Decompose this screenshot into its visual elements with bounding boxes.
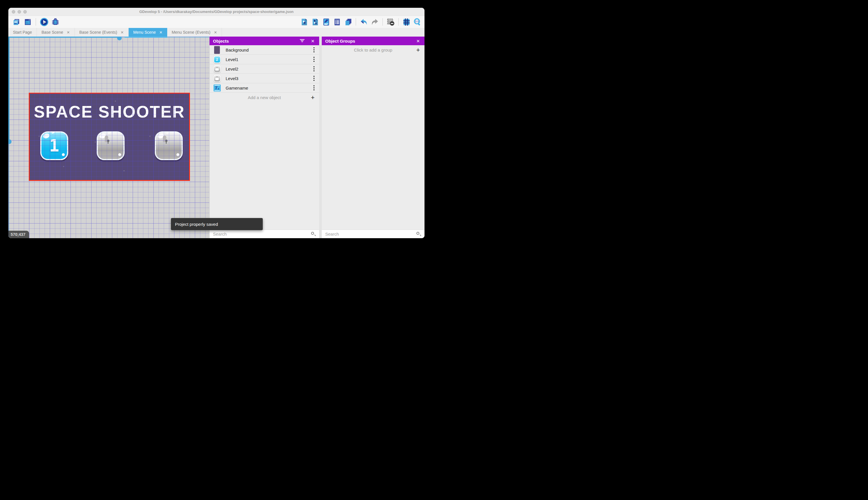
objects-editor-icon[interactable]	[300, 18, 308, 26]
object-groups-icon[interactable]	[311, 18, 319, 26]
plus-icon: +	[416, 47, 420, 53]
object-menu-icon[interactable]	[314, 57, 315, 62]
close-tab-icon[interactable]: ✕	[214, 30, 217, 35]
groups-search-input[interactable]	[322, 231, 417, 237]
horizontal-scrollbar[interactable]	[8, 37, 209, 38]
object-groups-panel-title: Object Groups	[322, 38, 355, 44]
locked-button-thumb	[213, 65, 221, 73]
search-icon[interactable]	[311, 232, 316, 237]
tab-bar: Start Page Base Scene✕ Base Scene (Event…	[8, 28, 424, 37]
instances-list-icon[interactable]	[333, 18, 341, 26]
vertical-scroll-knob[interactable]	[8, 139, 12, 144]
objects-panel-title: Objects	[210, 38, 229, 44]
tab-base-scene[interactable]: Base Scene✕	[37, 28, 74, 37]
object-menu-icon[interactable]	[314, 66, 315, 71]
object-menu-icon[interactable]	[314, 85, 315, 90]
toolbar: 1:1	[8, 16, 424, 28]
gdevelop-window: GDevelop 5 - /Users/dkarakay/Documents/G…	[8, 8, 424, 238]
object-groups-panel-header: Object Groups ✕	[322, 37, 424, 45]
background-sprite-thumb	[213, 46, 221, 54]
properties-icon[interactable]	[322, 18, 330, 26]
close-tab-icon[interactable]: ✕	[67, 30, 70, 35]
objects-search-bar	[210, 229, 319, 238]
horizontal-scroll-knob[interactable]	[117, 37, 122, 40]
groups-search-bar	[322, 229, 424, 238]
main-area: SPACE SHOOTER 1 570;437	[8, 37, 424, 238]
scene-selection-outline	[29, 93, 190, 181]
objects-panel: Objects ✕ Background 1 Level1	[209, 37, 319, 238]
debug-icon[interactable]	[51, 18, 60, 26]
toolbar-right: 1:1	[300, 18, 424, 26]
scene-editor-canvas[interactable]: SPACE SHOOTER 1 570;437	[8, 37, 209, 238]
tab-menu-scene-events[interactable]: Menu Scene (Events)✕	[167, 28, 222, 37]
close-tab-icon[interactable]: ✕	[120, 30, 124, 35]
project-manager-icon[interactable]	[12, 18, 21, 26]
toolbar-divider	[36, 18, 36, 26]
toolbar-divider	[356, 18, 356, 26]
cursor-coordinates-badge: 570;437	[8, 231, 29, 238]
play-icon[interactable]	[40, 18, 48, 26]
add-group-button[interactable]: Click to add a group +	[322, 45, 424, 55]
close-tab-icon[interactable]: ✕	[160, 30, 163, 35]
object-row-level1[interactable]: 1 Level1	[210, 55, 319, 64]
layers-icon[interactable]	[344, 18, 352, 26]
close-panel-icon[interactable]: ✕	[311, 39, 315, 43]
title-bar: GDevelop 5 - /Users/dkarakay/Documents/G…	[8, 8, 424, 16]
start-page-icon[interactable]	[23, 18, 32, 26]
toast-message: Project properly saved	[171, 222, 218, 227]
object-row-level2[interactable]: Level2	[210, 64, 319, 74]
svg-text:1:1: 1:1	[415, 20, 419, 23]
filter-icon[interactable]	[300, 39, 305, 43]
tab-start-page[interactable]: Start Page	[8, 28, 37, 37]
object-menu-icon[interactable]	[314, 76, 315, 81]
object-menu-icon[interactable]	[314, 47, 315, 53]
undo-icon[interactable]	[360, 18, 368, 26]
level1-button-thumb: 1	[213, 55, 221, 64]
redo-icon[interactable]	[371, 18, 379, 26]
toolbar-divider	[398, 18, 399, 26]
object-row-background[interactable]: Background	[210, 45, 319, 55]
object-groups-panel: Object Groups ✕ Click to add a group +	[322, 37, 424, 238]
panel-divider[interactable]	[319, 37, 322, 238]
save-toast: Project properly saved	[171, 218, 263, 230]
plus-icon: +	[311, 94, 315, 101]
search-icon[interactable]	[417, 232, 421, 237]
close-panel-icon[interactable]: ✕	[416, 39, 420, 43]
locked-button-thumb	[213, 74, 221, 83]
object-row-gamename[interactable]: Tx Gamename	[210, 83, 319, 93]
objects-search-input[interactable]	[210, 231, 311, 237]
toolbar-divider	[383, 18, 383, 26]
add-object-button[interactable]: Add a new object +	[210, 93, 319, 102]
toolbar-left	[8, 18, 60, 26]
zoom-original-icon[interactable]: 1:1	[413, 18, 422, 26]
tab-menu-scene[interactable]: Menu Scene✕	[129, 28, 167, 37]
vertical-scrollbar[interactable]	[8, 37, 10, 238]
text-object-thumb: Tx	[213, 83, 221, 92]
objects-panel-header: Objects ✕	[210, 37, 319, 45]
window-title: GDevelop 5 - /Users/dkarakay/Documents/G…	[8, 8, 424, 16]
tab-base-scene-events[interactable]: Base Scene (Events)✕	[75, 28, 129, 37]
desktop-background: GDevelop 5 - /Users/dkarakay/Documents/G…	[0, 0, 434, 250]
grid-icon[interactable]	[402, 18, 411, 26]
object-row-level3[interactable]: Level3	[210, 74, 319, 83]
toggle-mask-icon[interactable]	[386, 18, 395, 26]
